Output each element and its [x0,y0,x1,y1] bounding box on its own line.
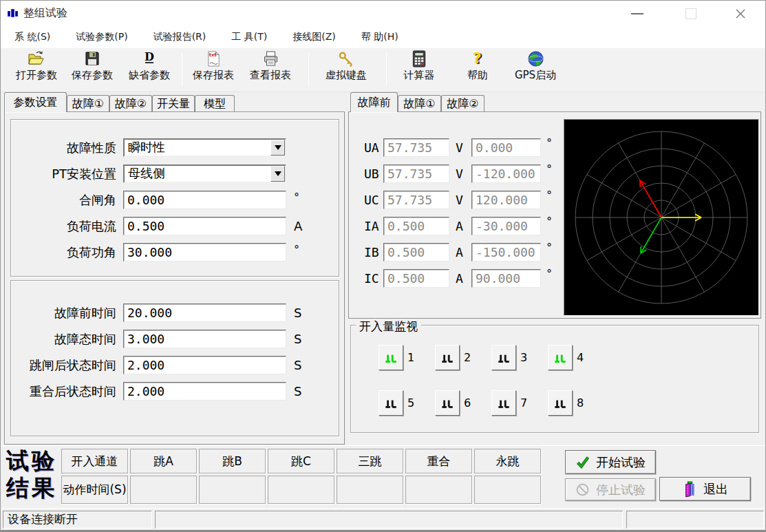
contact-switch-icon [553,351,568,365]
result-title-line2: 结果 [6,474,57,501]
post-reclose-time-input[interactable] [123,382,286,401]
view-report-printer-icon [244,50,297,69]
tab-fault-1-left[interactable]: 故障① [67,95,109,112]
pt-position-combo[interactable]: 母线侧 [123,164,286,183]
contact-number: 3 [520,345,527,370]
toolbar-button-label: 虚拟键盘 [326,69,367,81]
open-params-button[interactable]: 打开参数 [10,50,63,90]
minimize-icon [631,13,643,14]
tab-fault-2-left[interactable]: 故障② [109,95,152,112]
toolbar-separator [386,53,387,86]
save-report-button[interactable]: txt 保存报表 [187,50,240,90]
help-button[interactable]: ? ? 帮助 [460,50,496,90]
close-button[interactable] [728,3,753,25]
maximize-button[interactable] [679,3,703,25]
post-trip-time-unit: S [294,356,301,374]
close-angle-unit: ° [294,188,299,206]
uc-angle-unit: ° [546,186,552,204]
stop-prohibit-icon [575,482,590,497]
result-row-label: 动作时间(S) [61,476,128,504]
exit-label: 退出 [703,481,728,498]
default-params-button[interactable]: D 缺省参数 [123,50,175,90]
result-value-cell [130,476,197,504]
contact-number: 5 [407,390,414,416]
ic-angle-unit: ° [546,264,552,283]
menu-wiring-diagram[interactable]: 接线图(Z) [292,31,336,43]
load-current-label: 负荷电流 [14,217,116,235]
view-report-button[interactable]: 查看报表 [244,50,297,90]
uc-unit: V [456,191,463,209]
ia-unit: A [456,217,463,235]
toolbar-button-label: 打开参数 [16,69,57,81]
dropdown-arrow-icon[interactable] [270,166,285,182]
menu-help[interactable]: 帮 助(H) [361,31,398,43]
stop-test-button[interactable]: 停止试验 [565,478,656,501]
open-folder-icon [10,50,63,69]
calculator-button[interactable]: 计算器 [396,50,442,90]
default-params-d-icon: D [123,50,175,69]
exit-button[interactable]: 退出 [659,477,751,501]
tab-param-settings[interactable]: 参数设置 [4,92,67,112]
gps-start-button[interactable]: GPS启动 [503,50,568,90]
result-col-header: 永跳 [474,449,541,474]
result-value-cell [268,476,334,504]
menu-system[interactable]: 系 统(S) [14,31,50,43]
uc-angle-field [471,191,541,209]
ia-label: IA [364,217,379,235]
toolbar-button-label: 保存报表 [193,69,234,81]
status-message-panel [155,511,623,529]
ib-angle-field [471,243,541,262]
tab-prefault[interactable]: 故障前 [350,92,398,112]
virtual-keyboard-button[interactable]: 虚拟键盘 [314,50,379,90]
contact-number: 4 [577,345,584,370]
menu-tools[interactable]: 工 具(T) [231,31,267,43]
tab-fault-1-right[interactable]: 故障① [398,95,441,112]
ub-angle-unit: ° [546,160,552,178]
post-reclose-time-unit: S [294,382,301,401]
fault-time-input[interactable] [123,330,286,348]
ua-angle-unit: ° [546,134,552,152]
tab-model[interactable]: 模型 [195,95,235,112]
maximize-icon [685,8,696,19]
result-col-header: 重合 [405,449,472,474]
menu-test-params[interactable]: 试验参数(P) [76,31,127,43]
tab-fault-2-right[interactable]: 故障② [441,95,485,112]
load-angle-input[interactable] [123,243,286,262]
tab-switch-quantity[interactable]: 开关量 [152,95,195,112]
ub-label: UB [364,164,379,183]
ia-angle-unit: ° [546,212,552,231]
minimize-button[interactable] [625,3,650,25]
close-angle-input[interactable] [123,191,286,209]
fault-time-label: 故障态时间 [8,330,116,348]
start-test-button[interactable]: 开始试验 [565,450,656,474]
prefault-time-unit: S [294,304,301,322]
toolbar-button-label: 保存参数 [72,69,113,81]
save-floppy-icon [66,50,118,69]
check-icon [575,455,590,469]
prefault-time-input[interactable] [123,304,286,322]
load-current-input[interactable] [123,217,286,235]
contact-switch-icon [440,396,455,410]
dropdown-arrow-icon[interactable] [270,140,285,156]
status-connection: 设备连接断开 [3,511,152,529]
ua-unit: V [456,138,463,157]
contact-switch-icon [440,351,455,365]
ua-mag-field [383,138,449,157]
save-params-button[interactable]: 保存参数 [66,50,118,90]
fault-nature-combo[interactable]: 瞬时性 [123,138,286,157]
contact-switch-icon [383,351,398,365]
svg-text:txt: txt [209,52,217,58]
toolbar-separator [308,53,309,86]
ic-label: IC [364,269,379,288]
result-value-cell [337,476,403,504]
result-title-line1: 试验 [6,447,57,474]
result-value-cell [474,476,541,504]
contact-switch-icon [383,396,398,410]
ia-mag-field [383,217,449,235]
result-value-cell [405,476,472,504]
input-monitor-title: 开入量监视 [356,319,421,334]
post-trip-time-input[interactable] [123,356,286,374]
menu-test-report[interactable]: 试验报告(R) [153,31,206,43]
ua-angle-field [471,138,541,157]
contact-indicator-8 [548,390,573,416]
